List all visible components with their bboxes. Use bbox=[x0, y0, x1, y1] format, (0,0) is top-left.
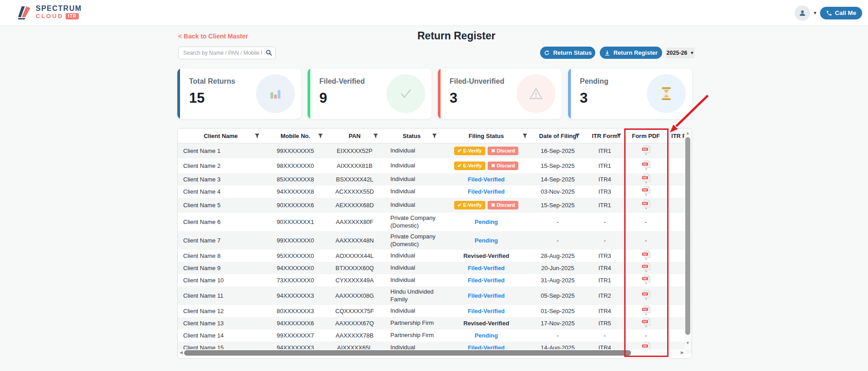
filter-funnel-icon[interactable] bbox=[255, 133, 260, 140]
pdf-download-icon[interactable]: PDF bbox=[642, 275, 650, 286]
cell-itr-form: ITR4 bbox=[584, 265, 626, 271]
table-row: Client Name 494XXXXXXX8ACXXXXX55DIndivid… bbox=[178, 186, 692, 198]
cell-date-of-filing: 20-Jun-2025 bbox=[531, 265, 584, 271]
bar-chart-icon bbox=[256, 74, 295, 113]
cell-client-name: Client Name 1 bbox=[178, 147, 264, 154]
cell-status: Individual bbox=[382, 162, 441, 169]
column-header-label: Client Name bbox=[204, 133, 237, 139]
svg-text:PDF: PDF bbox=[643, 266, 647, 268]
cell-client-name: Client Name 4 bbox=[178, 188, 264, 195]
search-icon[interactable] bbox=[266, 49, 272, 56]
filing-status-link[interactable]: Filed-Verified bbox=[468, 277, 505, 284]
cell-status: Private Company (Domestic) bbox=[382, 214, 441, 229]
discard-button[interactable]: ✖ Discard bbox=[488, 162, 519, 170]
filing-status-link[interactable]: Filed-Verified bbox=[468, 308, 505, 314]
horizontal-scrollbar-thumb[interactable] bbox=[184, 350, 631, 356]
discard-button[interactable]: ✖ Discard bbox=[488, 201, 519, 209]
cell-form-pdf: PDF bbox=[626, 275, 666, 286]
cell-itr-form: ITR1 bbox=[584, 147, 626, 154]
vertical-scrollbar-thumb[interactable] bbox=[685, 137, 690, 335]
filter-funnel-icon[interactable] bbox=[617, 133, 621, 140]
return-register-button[interactable]: Return Register bbox=[600, 47, 662, 59]
return-status-button[interactable]: Return Status bbox=[540, 47, 595, 59]
cell-pan: AIXXXXX81B bbox=[327, 162, 382, 169]
column-header-label: Filing Status bbox=[469, 133, 504, 139]
cell-mobile-no: 80XXXXXXX3 bbox=[264, 308, 327, 314]
horizontal-scrollbar[interactable]: ◀ ▶ bbox=[178, 349, 686, 357]
cell-mobile-no: 98XXXXXXX0 bbox=[264, 162, 327, 169]
pdf-download-icon[interactable]: PDF bbox=[642, 145, 650, 157]
pdf-download-icon[interactable]: PDF bbox=[642, 262, 650, 274]
user-avatar[interactable] bbox=[795, 5, 810, 21]
column-header-filing-status: Filing Status bbox=[441, 128, 531, 143]
cell-status: Partnership Firm bbox=[382, 332, 441, 339]
cell-mobile-no: 99XXXXXXX0 bbox=[264, 237, 327, 244]
cell-date-of-filing: 14-Sep-2025 bbox=[531, 176, 584, 183]
cell-pan: CYXXXXX49A bbox=[327, 277, 382, 284]
cell-status: Hindu Undivided Family bbox=[382, 288, 441, 303]
pdf-download-icon[interactable]: PDF bbox=[642, 186, 650, 197]
pdf-download-icon[interactable]: PDF bbox=[642, 160, 650, 171]
cell-mobile-no: 94XXXXXXX0 bbox=[264, 265, 327, 271]
filter-funnel-icon[interactable] bbox=[373, 133, 378, 140]
pdf-download-icon[interactable]: PDF bbox=[642, 174, 650, 185]
cell-date-of-filing: 28-Aug-2025 bbox=[531, 252, 584, 259]
pdf-download-icon[interactable]: PDF bbox=[642, 318, 650, 329]
cell-form-pdf: - bbox=[626, 219, 666, 225]
card-value: 3 bbox=[450, 90, 457, 106]
filing-status-link[interactable]: Filed-Verified bbox=[468, 292, 505, 299]
pdf-download-icon[interactable]: PDF bbox=[642, 250, 650, 262]
cell-itr-form: ITR1 bbox=[584, 162, 626, 169]
filing-status-link[interactable]: Pending bbox=[474, 332, 498, 339]
card-accent-bar bbox=[568, 68, 571, 119]
svg-text:PDF: PDF bbox=[643, 321, 647, 323]
everify-button[interactable]: ✔ E-Verify bbox=[454, 147, 485, 155]
scroll-up-arrow-icon[interactable]: ▲ bbox=[684, 131, 691, 135]
filing-status-link[interactable]: Pending bbox=[474, 219, 498, 225]
warning-icon bbox=[517, 74, 555, 113]
scroll-left-arrow-icon[interactable]: ◀ bbox=[180, 350, 183, 355]
cell-status: Individual bbox=[382, 307, 441, 314]
everify-button[interactable]: ✔ E-Verify bbox=[454, 162, 485, 170]
filter-funnel-icon[interactable] bbox=[318, 133, 323, 140]
scroll-right-arrow-icon[interactable]: ▶ bbox=[681, 350, 684, 355]
assessment-year-select[interactable]: 2025-26 ▼ bbox=[666, 48, 695, 58]
filing-status-link[interactable]: Filed-Verified bbox=[468, 188, 505, 195]
svg-text:PDF: PDF bbox=[643, 293, 647, 295]
summary-card-pending: Pending3 bbox=[568, 68, 692, 119]
user-menu-caret-icon[interactable]: ▾ bbox=[814, 10, 816, 16]
discard-button[interactable]: ✖ Discard bbox=[488, 147, 519, 155]
back-to-client-master-link[interactable]: < Back to Client Master bbox=[178, 33, 248, 40]
table-row: Client Name 799XXXXXXX0AAXXXXX48NPrivate… bbox=[178, 231, 692, 250]
pdf-download-icon[interactable]: PDF bbox=[642, 200, 650, 211]
cell-date-of-filing: 01-Sep-2025 bbox=[531, 308, 584, 314]
filter-funnel-icon[interactable] bbox=[575, 133, 580, 140]
return-register-table: Client NameMobile No.PANStatusFiling Sta… bbox=[177, 128, 692, 359]
cell-status: Individual bbox=[382, 201, 441, 209]
cell-mobile-no: 95XXXXXXX0 bbox=[264, 252, 327, 259]
filing-status-link[interactable]: Filed-Verified bbox=[468, 265, 505, 271]
hourglass-icon bbox=[647, 74, 686, 113]
cell-pan: AOXXXXX44L bbox=[327, 252, 382, 259]
filter-funnel-icon[interactable] bbox=[432, 133, 437, 140]
cell-filing-status: Revised-Verified bbox=[441, 320, 531, 327]
cell-date-of-filing: - bbox=[531, 237, 584, 244]
cell-filing-status: Filed-Verified bbox=[441, 308, 531, 314]
scroll-down-arrow-icon[interactable]: ▼ bbox=[684, 341, 691, 345]
everify-button[interactable]: ✔ E-Verify bbox=[454, 201, 485, 209]
pdf-download-icon[interactable]: PDF bbox=[642, 290, 650, 301]
table-row: Client Name 994XXXXXXX0BTXXXXX60QIndivid… bbox=[178, 262, 692, 274]
svg-text:PDF: PDF bbox=[643, 253, 647, 256]
filing-status-link[interactable]: Pending bbox=[474, 237, 498, 244]
call-me-button[interactable]: Call Me bbox=[820, 7, 862, 19]
cell-form-pdf: PDF bbox=[626, 250, 666, 262]
cell-form-pdf: - bbox=[626, 332, 666, 339]
brand-subname: CLOUD bbox=[36, 13, 63, 20]
vertical-scrollbar[interactable]: ▲ ▼ bbox=[684, 129, 691, 349]
pdf-download-icon[interactable]: PDF bbox=[642, 305, 650, 317]
search-input[interactable] bbox=[178, 47, 276, 59]
filter-funnel-icon[interactable] bbox=[522, 133, 527, 140]
card-label: Pending bbox=[580, 77, 608, 86]
filing-status-link[interactable]: Filed-Verified bbox=[468, 176, 505, 183]
summary-card-filed-unverified: Filed-Unverified3 bbox=[438, 68, 562, 119]
